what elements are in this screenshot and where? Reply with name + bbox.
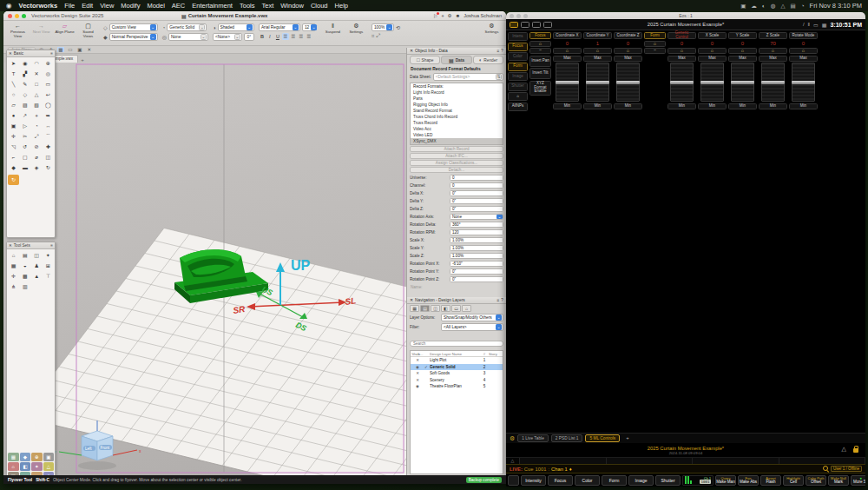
- menu-item[interactable]: AEC: [172, 2, 185, 10]
- fader-handle[interactable]: [700, 81, 724, 84]
- category-button[interactable]: ⌂: [508, 92, 528, 101]
- oip-tab[interactable]: □ Shape: [410, 56, 440, 64]
- menu-app-name[interactable]: Vectorworks: [19, 2, 58, 10]
- italic-button[interactable]: I: [266, 33, 273, 40]
- tool-icon[interactable]: ◉: [19, 58, 30, 69]
- tool-icon[interactable]: T: [8, 69, 19, 79]
- tool-icon[interactable]: ○: [8, 89, 19, 100]
- previous-view-button[interactable]: ← Previous View: [7, 22, 29, 38]
- max-button[interactable]: Max: [614, 56, 642, 62]
- tool-set-icon[interactable]: ◫: [31, 250, 43, 261]
- tool-icon[interactable]: ↗: [19, 110, 30, 121]
- category-button[interactable]: AllNPs: [508, 103, 528, 111]
- fader-handle[interactable]: [792, 81, 815, 84]
- dual-softkey[interactable]: Color Path Offset: [806, 475, 826, 486]
- tool-icon[interactable]: ↔: [43, 121, 54, 131]
- nav-view-icon[interactable]: ◧: [441, 305, 450, 312]
- account-name[interactable]: Joshua Schulman: [464, 13, 502, 18]
- menu-item[interactable]: Edit: [82, 2, 93, 10]
- tool-settings-button[interactable]: ⚙ Settings: [481, 22, 503, 34]
- virtual-fader[interactable]: [556, 63, 579, 102]
- nav-view-icon[interactable]: ⌂: [462, 305, 471, 312]
- field-input[interactable]: 0: [450, 182, 503, 189]
- record-action-button[interactable]: Attach IFC...: [410, 153, 503, 159]
- tool-icon[interactable]: ⊘: [31, 142, 43, 152]
- tool-set-icon[interactable]: ✦: [43, 250, 54, 261]
- saved-views-button[interactable]: ▢ Saved Views: [77, 22, 99, 38]
- tool-set-icon[interactable]: ⊤: [43, 271, 54, 281]
- command-line[interactable]: LIVE: Cue 1001 : Chan 1 ♦ User 1 / Offli…: [506, 464, 865, 473]
- nav-view-icon[interactable]: ▦: [410, 305, 419, 312]
- virtual-fader[interactable]: [586, 63, 609, 102]
- font-size-dropdown[interactable]: 12⌄: [302, 23, 316, 31]
- visibility-icon[interactable]: ◉: [411, 384, 424, 388]
- max-button[interactable]: Max: [789, 56, 818, 62]
- zoom-window-button[interactable]: [523, 14, 528, 18]
- vw-3d-viewport[interactable]: UP SR SL US DS: [3, 63, 406, 475]
- parameter-button[interactable]: Y Scale: [728, 32, 757, 39]
- design-layer-row[interactable]: ✕ Soft Goods 3: [411, 370, 503, 377]
- parameter-button[interactable]: Coordinate Z: [614, 32, 642, 39]
- minimize-window-button[interactable]: [15, 14, 19, 18]
- home-icon[interactable]: ⌂: [667, 48, 696, 54]
- home-icon[interactable]: ⌂: [698, 48, 727, 54]
- layer-options-dropdown[interactable]: Show/Snap/Modify Others⌄: [441, 314, 503, 321]
- flyover-tool-icon[interactable]: ↻: [8, 175, 19, 185]
- tool-set-icon[interactable]: ⋔: [8, 281, 19, 292]
- tool-set-icon[interactable]: ✛: [8, 271, 19, 281]
- record-format-item[interactable]: Truss Chord Info Record: [411, 114, 503, 120]
- close-icon[interactable]: ✕: [9, 243, 12, 248]
- oip-tab[interactable]: ▤ Data: [441, 56, 471, 64]
- help-icon[interactable]: ?: [501, 298, 503, 302]
- tool-set-icon[interactable]: ⌂: [8, 250, 19, 261]
- parameter-button[interactable]: Coordinate Y: [583, 32, 612, 39]
- tool-icon[interactable]: ✎: [19, 79, 30, 89]
- min-button[interactable]: Min: [698, 103, 727, 109]
- field-input[interactable]: 0": [450, 268, 503, 275]
- home-icon[interactable]: ⌂: [728, 48, 757, 54]
- virtual-fader[interactable]: [670, 63, 694, 102]
- invert-pan-button[interactable]: Invert Pan: [529, 56, 551, 67]
- tool-icon[interactable]: ▧: [31, 100, 43, 110]
- collapse-button[interactable]: –: [644, 48, 666, 54]
- record-format-item[interactable]: XSync_DMX: [411, 138, 503, 144]
- menu-status-icon[interactable]: ◐: [762, 3, 766, 9]
- tool-icon[interactable]: ▨: [19, 100, 30, 110]
- close-window-button[interactable]: [510, 14, 514, 18]
- tool-icon[interactable]: ✚: [43, 142, 54, 152]
- record-format-item[interactable]: Stand Record Format: [411, 108, 503, 114]
- tool-set-icon[interactable]: ▩: [19, 271, 30, 281]
- tool-icon[interactable]: ↩: [43, 89, 54, 100]
- home-icon[interactable]: ⌂: [529, 41, 551, 47]
- xyz-format-enable-button[interactable]: XYZ Format Enable: [529, 81, 551, 96]
- crop-icon[interactable]: ⌗: [372, 33, 374, 39]
- menu-status-icon[interactable]: ◔: [801, 3, 805, 9]
- nav-view-icon[interactable]: ▭: [451, 305, 461, 312]
- suspend-button[interactable]: ‖ Suspend: [322, 22, 344, 34]
- eos-display-tab[interactable]: 5 ML Controls: [585, 434, 620, 442]
- gear-icon[interactable]: ⚙: [510, 435, 515, 442]
- min-button[interactable]: Min: [728, 103, 757, 109]
- home-icon[interactable]: ⌂: [553, 48, 582, 54]
- align-left-button[interactable]: ☰: [282, 33, 289, 40]
- fader-handle[interactable]: [616, 81, 640, 84]
- close-window-button[interactable]: [8, 14, 12, 18]
- tool-icon[interactable]: ◹: [8, 142, 19, 152]
- monitor-4-icon[interactable]: [543, 22, 552, 28]
- parameter-button[interactable]: X Scale: [698, 32, 727, 39]
- tool-icon[interactable]: ╲: [8, 79, 19, 89]
- tool-icon[interactable]: ◈: [31, 162, 43, 173]
- library-tool-icon[interactable]: △: [43, 462, 55, 471]
- tool-set-icon[interactable]: ▲: [31, 271, 43, 281]
- dual-softkey[interactable]: ● More SK: [851, 475, 865, 486]
- apple-menu-icon[interactable]: ◉: [6, 2, 12, 10]
- data-sheet-dropdown[interactable]: <Default Settings>⇅: [433, 73, 503, 81]
- monitor-1-icon[interactable]: [510, 22, 518, 28]
- tool-icon[interactable]: ✕: [31, 69, 43, 79]
- snap-toggle-icon[interactable]: ▦: [57, 47, 64, 52]
- parameter-softkey[interactable]: Focus: [548, 475, 573, 486]
- dual-softkey[interactable]: Assert Flash: [760, 475, 781, 486]
- minimize-window-button[interactable]: [516, 14, 521, 18]
- tool-icon[interactable]: ✂: [19, 131, 30, 142]
- search-icon[interactable]: [823, 466, 829, 472]
